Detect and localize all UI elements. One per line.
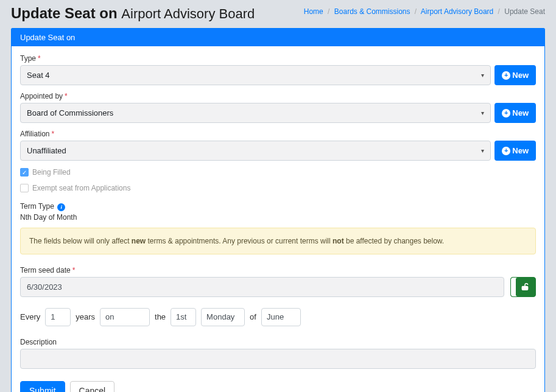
required-indicator: * [51,130,54,138]
new-label: New [512,146,529,155]
seed-date-label: Term seed date [20,266,71,275]
being-filled-checkbox[interactable]: ✓ [20,168,29,177]
plus-icon: + [502,109,510,117]
seed-date-value: 6/30/2023 [27,282,62,292]
new-label: New [512,71,529,80]
warning-text: The fields below will only affect [29,237,132,245]
breadcrumb-current: Update Seat [504,7,545,16]
affiliation-value: Unaffiliated [27,146,66,155]
schedule-month-input[interactable] [261,308,301,326]
new-label: New [512,108,529,117]
schedule-row: Every years the of [20,308,536,326]
plus-icon: + [502,71,510,80]
type-select[interactable]: Seat 4 ▾ [20,65,491,85]
description-input[interactable] [20,349,536,369]
card-header: Update Seat on [12,29,544,46]
plus-icon: + [502,147,510,155]
breadcrumb-boards[interactable]: Boards & Commissions [334,7,410,16]
appointed-by-value: Board of Commissioners [27,108,113,117]
breadcrumb-separator: / [498,7,500,16]
warning-bold: new [132,237,146,245]
submit-button[interactable]: Submit [20,381,65,393]
appointed-by-select[interactable]: Board of Commissioners ▾ [20,103,491,123]
cancel-button[interactable]: Cancel [70,381,115,393]
breadcrumb-home[interactable]: Home [304,7,323,16]
schedule-on-input[interactable] [100,308,150,326]
breadcrumb-separator: / [328,7,329,16]
required-indicator: * [72,266,76,275]
breadcrumb-separator: / [415,7,417,16]
appointed-by-label: Appointed by [20,92,63,100]
unlock-icon [521,282,529,291]
breadcrumb: Home / Boards & Commissions / Airport Ad… [304,5,545,16]
affiliation-select[interactable]: Unaffiliated ▾ [20,141,491,161]
schedule-of-label: of [250,312,256,321]
warning-text: terms & appointments. Any previous or cu… [146,237,333,245]
info-icon[interactable]: i [57,203,65,211]
affiliation-new-button[interactable]: + New [494,141,536,161]
schedule-nth-input[interactable] [171,308,196,326]
breadcrumb-board-name[interactable]: Airport Advisory Board [421,7,493,16]
required-indicator: * [65,92,68,100]
schedule-every-label: Every [20,312,40,321]
exempt-checkbox[interactable] [20,184,29,192]
warning-alert: The fields below will only affect new te… [20,228,536,254]
schedule-day-input[interactable] [201,308,245,326]
description-label: Description [20,338,57,346]
type-value: Seat 4 [27,71,50,80]
unlock-button[interactable] [510,277,536,297]
required-indicator: * [38,54,41,63]
schedule-the-label: the [155,312,166,321]
update-seat-card: Update Seat on Type* Seat 4 ▾ + New [11,28,545,392]
seed-date-input[interactable]: 6/30/2023 [20,277,504,297]
page-title: Update Seat on Airport Advisory Board [11,5,255,22]
svg-rect-0 [522,286,527,290]
chevron-down-icon: ▾ [481,72,484,79]
term-type-value: Nth Day of Month [20,213,536,222]
type-new-button[interactable]: + New [494,65,536,85]
being-filled-label: Being Filled [32,168,71,177]
warning-bold: not [333,237,344,245]
warning-text: be affected by changes below. [344,237,445,245]
schedule-years-label: years [76,312,95,321]
title-prefix: Update Seat on [11,5,121,21]
appointed-by-new-button[interactable]: + New [494,103,536,123]
type-label: Type [20,54,36,63]
title-board-name: Airport Advisory Board [121,6,255,21]
affiliation-label: Affiliation [20,130,49,138]
schedule-years-input[interactable] [45,308,71,326]
exempt-label: Exempt seat from Applications [32,184,130,192]
chevron-down-icon: ▾ [481,147,484,154]
chevron-down-icon: ▾ [481,110,484,116]
term-type-label: Term Type [20,202,54,211]
